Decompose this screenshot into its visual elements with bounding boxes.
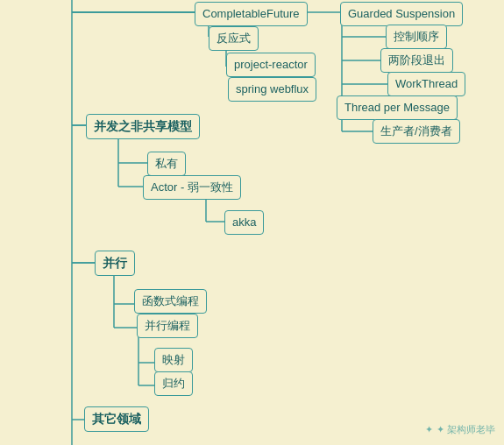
other-domains-node: 其它领域 [84,406,149,432]
thread-per-message-node: Thread per Message [337,95,458,120]
parallel-node: 并行 [95,251,135,276]
functional-prog-node: 函数式编程 [134,289,207,314]
reduction-node: 归约 [154,371,193,396]
two-phase-exit-node: 两阶段退出 [380,48,453,73]
private-node: 私有 [147,152,186,176]
akka-node: akka [224,210,264,235]
mapping-node: 映射 [154,348,193,372]
work-thread-node: WorkThread [387,72,465,96]
watermark-icon: ✦ [425,424,433,435]
actor-node: Actor - 弱一致性 [143,175,241,200]
completableFuture-node: CompletableFuture [195,2,308,26]
reactive-style-node: 反应式 [209,26,259,51]
mind-map: CompletableFuture 反应式 project-reactor sp… [0,0,504,445]
producer-consumer-node: 生产者/消费者 [373,119,460,144]
project-reactor-node: project-reactor [226,53,316,77]
non-shared-model-node: 并发之非共享模型 [86,114,200,139]
spring-webflux-node: spring webflux [228,77,316,102]
parallel-prog-node: 并行编程 [137,314,198,338]
watermark: ✦ ✦ 架构师老毕 [425,423,495,436]
control-order-node: 控制顺序 [386,25,447,49]
guarded-suspension-node: Guarded Suspension [340,2,463,26]
watermark-text: ✦ 架构师老毕 [437,423,495,436]
